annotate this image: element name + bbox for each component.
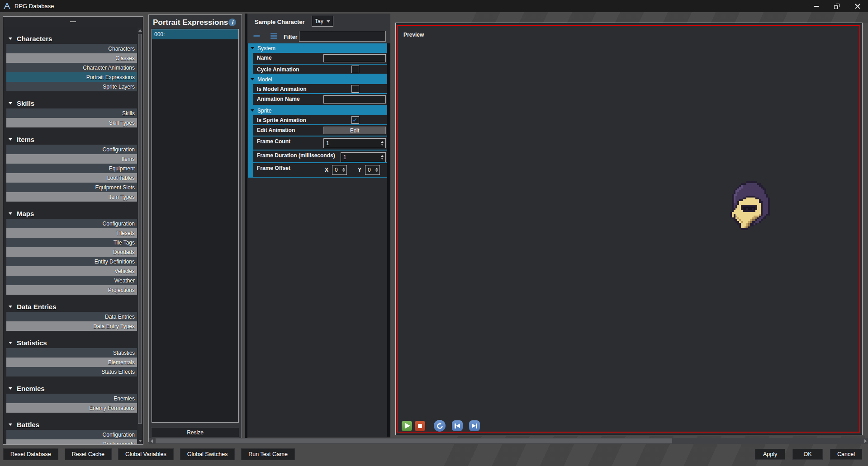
sidebar-item-elementals[interactable]: Elementals: [6, 358, 137, 367]
sidebar-item-configuration[interactable]: Configuration: [6, 145, 137, 154]
animation-name-input[interactable]: [323, 95, 386, 104]
apply-button[interactable]: Apply: [755, 449, 785, 460]
sidebar-item-configuration[interactable]: Configuration: [6, 219, 137, 228]
list-item-000[interactable]: 000:: [152, 29, 238, 39]
play-button[interactable]: [402, 421, 412, 431]
cancel-button[interactable]: Cancel: [830, 449, 862, 460]
sidebar-section-statistics[interactable]: Statistics: [9, 337, 137, 348]
frame-duration-milliseconds-spinner[interactable]: 1: [341, 152, 386, 162]
sidebar-item-data-entries[interactable]: Data Entries: [6, 312, 137, 321]
sidebar-item-entity-definitions[interactable]: Entity Definitions: [6, 257, 137, 266]
sidebar-section-maps[interactable]: Maps: [9, 208, 137, 219]
sidebar-item-classes[interactable]: Classes: [6, 53, 137, 63]
sidebar-item-enemy-formations[interactable]: Enemy Formations: [6, 403, 137, 413]
sidebar-section-items[interactable]: Items: [9, 134, 137, 145]
scroll-up-icon[interactable]: [138, 29, 142, 32]
sidebar-item-equipment[interactable]: Equipment: [6, 164, 137, 173]
cycle-animation-checkbox[interactable]: [351, 66, 359, 73]
resize-button[interactable]: Resize: [151, 427, 239, 438]
category-expand-icon: [251, 78, 254, 80]
sidebar-scrollbar-thumb[interactable]: [138, 34, 142, 424]
sidebar-item-doodads[interactable]: Doodads: [6, 247, 137, 257]
spinner-up-icon[interactable]: [381, 155, 384, 157]
category-system[interactable]: System: [248, 43, 388, 53]
footer-button-reset-cache[interactable]: Reset Cache: [65, 448, 112, 460]
x-offset-spinner[interactable]: 0: [332, 165, 347, 175]
horizontal-scrollbar[interactable]: [149, 438, 868, 444]
spinner-up-icon[interactable]: [381, 141, 384, 143]
sidebar-section-data-entries[interactable]: Data Entries: [9, 301, 137, 312]
loop-button[interactable]: [434, 420, 446, 432]
spinner-up-icon[interactable]: [375, 168, 378, 169]
categorize-icon[interactable]: [270, 33, 277, 39]
info-icon[interactable]: i: [228, 19, 236, 26]
spinner-arrows[interactable]: [379, 141, 385, 146]
expression-list[interactable]: 000:: [152, 29, 239, 423]
sidebar-item-status-effects[interactable]: Status Effects: [6, 367, 137, 377]
skip-to-end-button[interactable]: [469, 420, 480, 431]
is-sprite-animation-checkbox[interactable]: ✓: [351, 116, 359, 124]
name-input[interactable]: [323, 54, 386, 62]
sidebar-item-vehicles[interactable]: Vehicles: [6, 266, 137, 276]
sidebar-section-battles[interactable]: Battles: [9, 419, 137, 430]
footer-button-global-variables[interactable]: Global Variables: [118, 448, 174, 460]
edit-animation-button[interactable]: Edit: [323, 127, 386, 134]
is-model-animation-checkbox[interactable]: [351, 85, 359, 93]
scroll-left-icon[interactable]: [151, 439, 153, 443]
stop-button[interactable]: [415, 421, 425, 431]
scroll-right-icon[interactable]: [864, 439, 867, 443]
minimize-button[interactable]: [806, 0, 826, 12]
footer-button-reset-database[interactable]: Reset Database: [3, 448, 58, 460]
spinner-down-icon[interactable]: [342, 170, 345, 172]
sidebar-item-data-entry-types[interactable]: Data Entry Types: [6, 321, 137, 331]
restore-button[interactable]: [826, 0, 847, 12]
sidebar-scrollbar[interactable]: [138, 28, 142, 444]
sidebar-section-characters[interactable]: Characters: [9, 33, 137, 44]
sidebar-item-weather[interactable]: Weather: [6, 276, 137, 285]
category-sprite[interactable]: Sprite: [248, 106, 388, 115]
close-button[interactable]: [847, 0, 868, 12]
sidebar-item-enemies[interactable]: Enemies: [6, 394, 137, 403]
spinner-down-icon[interactable]: [381, 144, 384, 146]
category-model[interactable]: Model: [248, 75, 388, 84]
sidebar-item-item-types[interactable]: Item Types: [6, 192, 137, 202]
sidebar-item-character-animations[interactable]: Character Animations: [6, 63, 137, 72]
sidebar-item-items[interactable]: Items: [6, 154, 137, 164]
footer-button-global-switches[interactable]: Global Switches: [180, 448, 235, 460]
skip-to-start-button[interactable]: [452, 420, 463, 431]
sidebar-item-statistics[interactable]: Statistics: [6, 348, 137, 358]
sidebar-section-enemies[interactable]: Enemies: [9, 383, 137, 394]
scroll-down-icon[interactable]: [138, 440, 142, 442]
property-panel-scrollbar[interactable]: [387, 43, 390, 437]
sidebar-item-skills[interactable]: Skills: [6, 108, 137, 118]
frame-count-spinner[interactable]: 1: [323, 138, 386, 148]
sidebar-item-sprite-layers[interactable]: Sprite Layers: [6, 82, 137, 91]
ok-button[interactable]: OK: [792, 449, 823, 460]
spinner-up-icon[interactable]: [342, 168, 345, 169]
minimize-icon: [814, 6, 819, 7]
sidebar-item-characters[interactable]: Characters: [6, 44, 137, 53]
sidebar-section-skills[interactable]: Skills: [9, 98, 137, 108]
spinner-arrows[interactable]: [379, 155, 385, 160]
sample-character-dropdown[interactable]: Tay: [312, 16, 333, 27]
sidebar-item-backgrounds[interactable]: Backgrounds: [6, 439, 137, 444]
footer-button-run-test-game[interactable]: Run Test Game: [241, 448, 295, 460]
category-label: Sprite: [257, 108, 271, 114]
y-offset-spinner[interactable]: 0: [365, 165, 380, 175]
sidebar-item-portrait-expressions[interactable]: Portrait Expressions: [6, 72, 137, 82]
horizontal-scrollbar-thumb[interactable]: [156, 438, 672, 443]
sidebar-item-tilesets[interactable]: Tilesets: [6, 228, 137, 238]
spinner-down-icon[interactable]: [375, 170, 378, 172]
sidebar-item-skill-types[interactable]: Skill Types: [6, 118, 137, 127]
spinner-arrows[interactable]: [375, 168, 379, 173]
sidebar-item-configuration[interactable]: Configuration: [6, 430, 137, 439]
sidebar-item-tile-tags[interactable]: Tile Tags: [6, 238, 137, 247]
filter-input[interactable]: [299, 31, 386, 42]
spinner-arrows[interactable]: [342, 168, 346, 173]
sidebar-item-equipment-slots[interactable]: Equipment Slots: [6, 183, 137, 192]
spinner-down-icon[interactable]: [381, 158, 384, 160]
sidebar-item-loot-tables[interactable]: Loot Tables: [6, 173, 137, 183]
collapse-categories-icon[interactable]: [253, 35, 260, 37]
sidebar-item-projections[interactable]: Projections: [6, 285, 137, 295]
sidebar-collapse-all-button[interactable]: [3, 17, 143, 27]
